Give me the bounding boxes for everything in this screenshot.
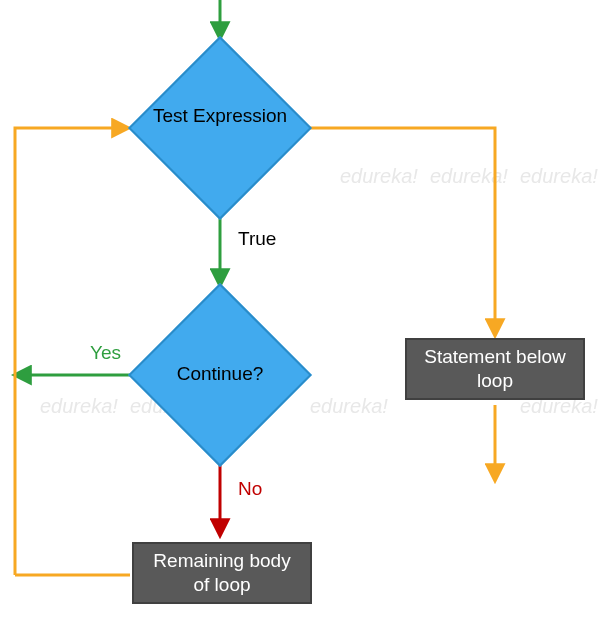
watermark-text: edureka! [430, 165, 508, 188]
watermark-text: edureka! [340, 165, 418, 188]
decision-continue-label: Continue? [140, 363, 300, 386]
process-remaining-body: Remaining body of loop [132, 542, 312, 604]
decision-test-expression-label: Test Expression [140, 105, 300, 128]
watermark-text: edureka! [520, 165, 598, 188]
decision-test-expression [128, 36, 312, 220]
edge-label-no: No [238, 478, 262, 500]
edge-label-true: True [238, 228, 276, 250]
process-statement-below: Statement below loop [405, 338, 585, 400]
edge-test-false-to-statement [307, 128, 495, 335]
watermark-text: edureka! [40, 395, 118, 418]
watermark-text: edureka! [310, 395, 388, 418]
flow-arrows [0, 0, 615, 618]
edge-label-yes: Yes [90, 342, 121, 364]
